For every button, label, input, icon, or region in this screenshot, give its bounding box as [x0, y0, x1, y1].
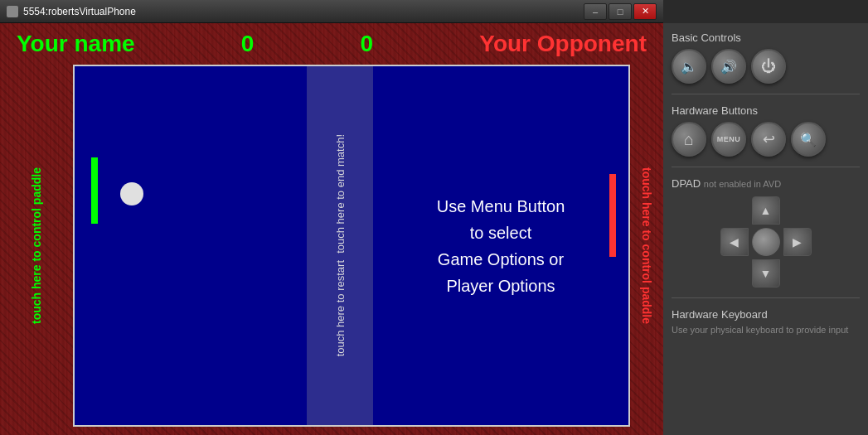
back-icon: ↩	[763, 130, 775, 148]
menu-line2: to select	[437, 220, 565, 246]
volume-down-button[interactable]: 🔈	[672, 49, 706, 84]
paddle-right	[609, 174, 616, 257]
phone-area: Your name 0 0 Your Opponent touch here t…	[0, 23, 663, 435]
titlebar-title: 5554:robertsVirtualPhone	[7, 6, 136, 17]
search-icon: 🔍	[800, 132, 817, 147]
menu-instruction-text: Use Menu Button to select Game Options o…	[437, 193, 565, 299]
titlebar-buttons: – □ ✕	[584, 3, 657, 20]
game-field: touch here to end match! touch here to r…	[73, 65, 630, 427]
left-control-zone[interactable]: touch here to control paddle	[0, 65, 73, 427]
volume-down-icon: 🔈	[681, 59, 697, 75]
search-button[interactable]: 🔍	[791, 122, 826, 157]
dpad-center[interactable]	[752, 228, 780, 256]
volume-up-button[interactable]: 🔊	[711, 49, 746, 84]
menu-icon: MENU	[717, 135, 741, 143]
hardware-buttons-section: Hardware Buttons ⌂ MENU ↩ 🔍	[672, 104, 860, 157]
close-button[interactable]: ✕	[633, 3, 657, 20]
hw-keyboard-title: Hardware Keyboard	[672, 308, 860, 321]
opponent-name: Your Opponent	[479, 31, 647, 57]
divider-1	[672, 94, 860, 94]
divider-3	[672, 297, 860, 298]
dpad-up-icon: ▲	[760, 204, 772, 217]
left-control-text: touch here to control paddle	[29, 167, 44, 324]
ball	[120, 182, 143, 205]
restart-text: touch here to restart	[334, 260, 347, 356]
score-header: Your name 0 0 Your Opponent	[0, 23, 663, 65]
right-control-text: touch here to control paddle	[639, 167, 654, 324]
hw-keyboard-desc: Use your physical keyboard to provide in…	[672, 324, 860, 336]
dpad-subtitle: not enabled in AVD	[704, 179, 781, 189]
dpad-container: ▲ ▼ ◀ ▶	[720, 196, 812, 288]
home-button[interactable]: ⌂	[672, 122, 706, 157]
paddle-left	[91, 157, 98, 224]
back-button[interactable]: ↩	[751, 122, 786, 157]
dpad-left-icon: ◀	[730, 235, 739, 249]
main-container: Your name 0 0 Your Opponent touch here t…	[0, 23, 868, 435]
hardware-buttons-title: Hardware Buttons	[672, 104, 860, 117]
dpad-down-icon: ▼	[760, 267, 772, 280]
right-panel: Basic Controls 🔈 🔊 ⏻ Hardware Buttons ⌂	[663, 23, 868, 435]
field-left	[75, 66, 307, 425]
score-right: 0	[361, 31, 374, 57]
dpad-label: DPAD not enabled in AVD	[672, 177, 860, 190]
maximize-button[interactable]: □	[609, 3, 632, 20]
right-control-zone[interactable]: touch here to control paddle	[630, 65, 663, 427]
hw-buttons-row: ⌂ MENU ↩ 🔍	[672, 122, 860, 157]
menu-line4: Player Options	[437, 273, 565, 299]
dpad-left-button[interactable]: ◀	[720, 228, 749, 256]
end-match-text: touch here to end match!	[334, 134, 347, 254]
hw-keyboard-section: Hardware Keyboard Use your physical keyb…	[672, 308, 860, 336]
home-icon: ⌂	[684, 130, 694, 149]
player-name: Your name	[17, 31, 135, 57]
power-icon: ⏻	[761, 58, 776, 75]
app-icon	[7, 6, 18, 17]
dpad-up-button[interactable]: ▲	[752, 196, 780, 225]
volume-up-icon: 🔊	[720, 59, 737, 75]
titlebar: 5554:robertsVirtualPhone – □ ✕	[0, 0, 663, 23]
score-left: 0	[241, 31, 255, 57]
titlebar-text: 5554:robertsVirtualPhone	[23, 6, 136, 17]
field-right: Use Menu Button to select Game Options o…	[373, 66, 628, 425]
minimize-button[interactable]: –	[584, 3, 607, 20]
field-center[interactable]: touch here to end match! touch here to r…	[307, 66, 373, 425]
basic-controls-title: Basic Controls	[672, 31, 860, 44]
menu-button[interactable]: MENU	[711, 122, 746, 157]
dpad-right-icon: ▶	[793, 235, 802, 249]
basic-controls-section: Basic Controls 🔈 🔊 ⏻	[672, 31, 860, 84]
menu-line1: Use Menu Button	[437, 193, 565, 220]
divider-2	[672, 167, 860, 167]
dpad-section: DPAD not enabled in AVD ▲ ▼ ◀ ▶	[672, 177, 860, 288]
power-button[interactable]: ⏻	[751, 49, 786, 84]
dpad-title: DPAD	[672, 177, 701, 190]
basic-controls-buttons: 🔈 🔊 ⏻	[672, 49, 860, 84]
menu-line3: Game Options or	[437, 246, 565, 273]
dpad-right-button[interactable]: ▶	[783, 228, 812, 256]
dpad-down-button[interactable]: ▼	[752, 259, 780, 288]
